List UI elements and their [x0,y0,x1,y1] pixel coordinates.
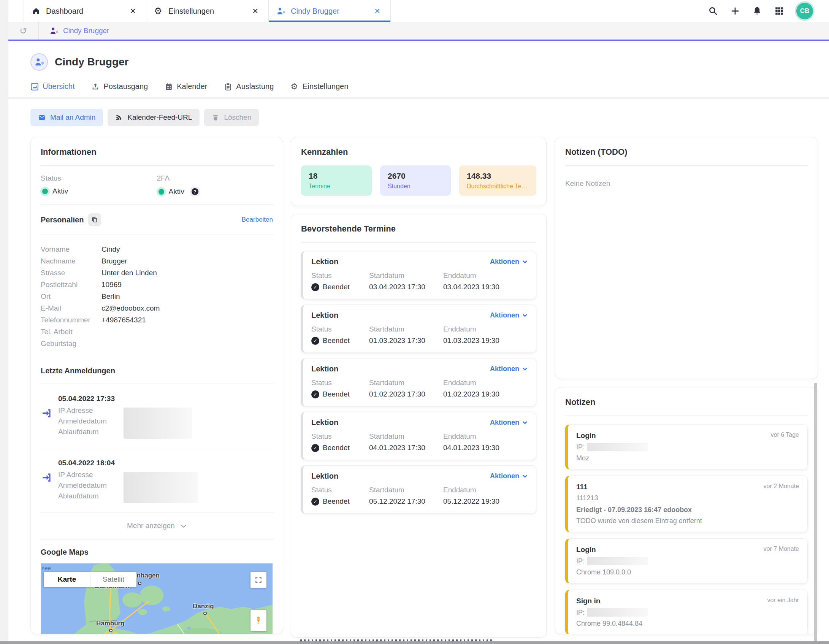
clipboard-icon [224,82,232,91]
bell-icon[interactable] [752,6,762,16]
notes-scrollbar[interactable] [814,383,817,644]
subtab-label: Cindy Brugger [63,27,109,35]
login-entry: 05.04.2022 17:33 IP Adresse Anmeldedatum… [41,392,273,439]
tab-kalender[interactable]: Kalender [165,82,207,91]
karte-button[interactable]: Karte [44,572,90,587]
nav-tab-label: Einstellungen [303,82,348,91]
twofa-active-dot [159,189,164,195]
tab-label: Cindy Brugger [291,7,366,16]
check-circle-icon: ✓ [311,337,319,345]
satellit-button[interactable]: Satellit [90,572,136,587]
google-map[interactable]: see Kopenhagen Dänemark Danzig Hamburg B… [41,563,273,634]
tab-postausgang[interactable]: Postausgang [91,82,148,91]
tab-cindy-brugger[interactable]: Cindy Brugger ✕ [268,0,391,22]
field-row: Geburtstag [41,338,273,349]
login-date: 05.04.2022 17:33 [58,395,115,403]
personalien-fields: VornameCindy NachnameBrugger StrasseUnte… [41,243,273,349]
chevron-down-icon [181,524,187,528]
page-header: Cindy Brugger [30,53,829,71]
home-icon [32,6,41,16]
status-label: Status [41,174,157,182]
map-label-danzig: Danzig [193,603,214,610]
pegman-button[interactable] [250,610,266,631]
aktionen-dropdown[interactable]: Aktionen [490,258,528,266]
note-entry: 111 vor 2 Monate 111213 Erledigt - 07.09… [565,476,808,532]
chart-icon [30,82,39,91]
subtab-cindy-brugger[interactable]: Cindy Brugger [39,22,120,40]
kalender-feed-url-button[interactable]: Kalender-Feed-URL [108,109,200,126]
tab-einstellungen[interactable]: ⚙ Einstellungen ✕ [146,0,268,22]
aktionen-dropdown[interactable]: Aktionen [490,311,528,319]
login-icon [41,472,52,483]
avatar[interactable]: CB [796,3,813,19]
left-rail [0,0,8,644]
close-icon[interactable]: ✕ [250,6,261,16]
map-label-hamburg: Hamburg [96,620,125,627]
help-icon[interactable]: ? [190,187,200,196]
topbar-actions: CB [708,0,829,22]
tab-uebersicht[interactable]: Übersicht [30,82,74,91]
plus-icon[interactable] [730,6,740,16]
button-label: Mail an Admin [50,113,95,122]
search-icon[interactable] [708,6,718,16]
note-entry: Login vor 6 Tage IP: Moz [565,424,808,470]
twofa-label: 2FA [157,174,273,182]
gears-icon: ⚙ [154,6,163,16]
note-agent: Moz [576,454,799,462]
divider [40,165,274,166]
rss-icon [115,114,123,121]
field-row: OrtBerlin [41,290,273,302]
termin-title: Lektion [311,257,338,266]
map-label-sea: see [42,565,51,571]
note-title: 111 [576,483,588,491]
divider [40,358,274,358]
close-icon[interactable]: ✕ [372,6,383,16]
termin-title: Lektion [311,418,338,427]
nav-tab-label: Übersicht [43,82,74,91]
twofa-value: Aktiv [169,187,184,196]
top-tab-bar: Dashboard ✕ ⚙ Einstellungen ✕ Cindy Brug… [8,0,829,22]
nav-tab-label: Kalender [177,82,207,91]
redacted-value [124,408,192,439]
mehr-anzeigen-link[interactable]: Mehr anzeigen [41,521,273,531]
check-circle-icon: ✓ [311,498,319,506]
grid-icon[interactable] [774,6,784,16]
redacted-ip [587,608,648,617]
bearbeiten-link[interactable]: Bearbeiten [242,216,273,224]
tab-label: Dashboard [46,7,122,16]
aktionen-dropdown[interactable]: Aktionen [490,419,528,427]
divider [40,512,274,512]
map-dot [203,612,207,615]
divider [40,205,274,205]
notizen-todo-card: Notizen (TODO) Keine Notizen [555,137,818,379]
tab-dashboard[interactable]: Dashboard ✕ [24,0,146,22]
stat-termindauer: 148.33 Durchschnittliche Termind… [459,165,536,196]
tab-auslastung[interactable]: Auslastung [224,82,274,91]
loeschen-button[interactable]: Löschen [204,109,259,126]
card-title: Informationen [41,147,273,157]
aktionen-dropdown[interactable]: Aktionen [490,472,528,480]
field-row: Telefonnummer+4987654321 [41,314,273,326]
nav-tab-label: Auslastung [236,82,274,91]
note-agent: Chrome 99.0.4844.84 [576,620,799,628]
termin-title: Lektion [311,472,338,481]
note-time: vor 6 Tage [771,431,799,438]
check-circle-icon: ✓ [311,390,319,398]
card-title: Notizen [565,397,808,407]
note-title: Sign in [576,597,600,605]
mail-an-admin-button[interactable]: Mail an Admin [30,109,103,126]
tab-einstellungen-profile[interactable]: ⚙ Einstellungen [290,82,348,91]
divider [40,448,274,448]
close-icon[interactable]: ✕ [127,6,138,16]
horizontal-scrollbar[interactable] [0,641,829,644]
history-icon[interactable]: ↺ [8,22,39,40]
status-grid: Status Aktiv 2FA Aktiv ? [41,174,273,196]
fullscreen-button[interactable] [250,572,266,588]
copy-icon[interactable] [88,213,101,226]
field-row: VornameCindy [41,243,273,255]
note-agent: Chrome 109.0.0.0 [576,568,799,576]
aktionen-dropdown[interactable]: Aktionen [490,365,528,373]
divider [40,235,274,235]
top-tabs: Dashboard ✕ ⚙ Einstellungen ✕ Cindy Brug… [24,0,391,22]
empty-state-text: Keine Notizen [565,179,808,188]
